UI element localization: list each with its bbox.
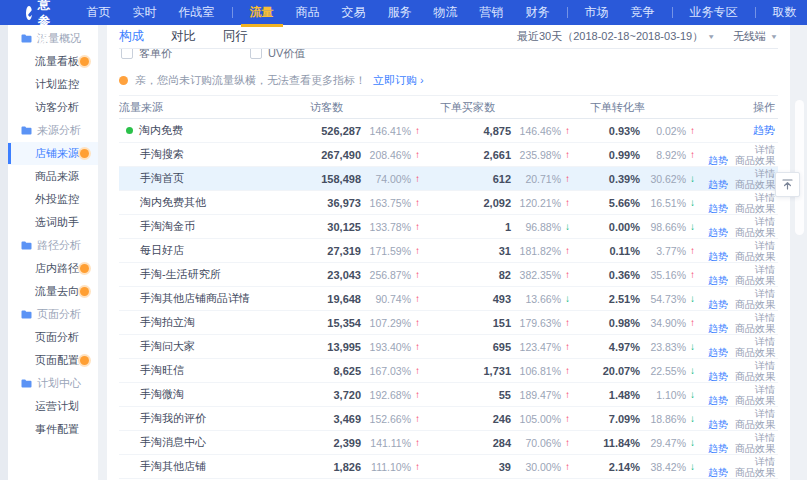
tab-同行[interactable]: 同行 [223, 28, 248, 45]
trend-link[interactable]: 趋势 [708, 443, 728, 454]
nav-item-取数[interactable]: 取数 [762, 0, 807, 25]
detail-link[interactable]: 详情 [755, 216, 775, 227]
nav-item-交易[interactable]: 交易 [331, 0, 377, 25]
nav-item-竞争[interactable]: 竞争 [620, 0, 666, 25]
sidebar-item-店铺来源[interactable]: 店铺来源 [8, 142, 98, 165]
table-row: 手淘其他店铺商品详情19,64890.74%↑49313.66%↓2.51%54… [119, 287, 778, 311]
trend-link[interactable]: 趋势 [708, 179, 728, 190]
conversion-cell-value: 0.00% [574, 221, 640, 233]
trend-link[interactable]: 趋势 [753, 125, 775, 136]
item-effect-link[interactable]: 商品效果 [735, 275, 775, 286]
trend-link[interactable]: 趋势 [708, 419, 728, 430]
detail-link[interactable]: 详情 [755, 456, 775, 467]
item-effect-link[interactable]: 商品效果 [735, 347, 775, 358]
detail-link[interactable]: 详情 [755, 360, 775, 371]
trend-link[interactable]: 趋势 [708, 203, 728, 214]
subscribe-link[interactable]: 立即订购 › [373, 73, 424, 88]
nav-item-商品[interactable]: 商品 [285, 0, 331, 25]
trend-link[interactable]: 趋势 [708, 275, 728, 286]
item-effect-link[interactable]: 商品效果 [735, 155, 775, 166]
traffic-source-name: 手淘其他店铺商品详情 [119, 291, 294, 306]
metric-checkbox-客单价[interactable]: 客单价 [121, 49, 172, 61]
app-logo[interactable]: 生意参谋 [0, 0, 76, 47]
item-effect-link[interactable]: 商品效果 [735, 227, 775, 238]
nav-item-流量[interactable]: 流量 [239, 0, 285, 25]
sidebar-item-流量看板[interactable]: 流量看板 [8, 50, 98, 73]
conversion-cell-value: 4.97% [574, 341, 640, 353]
item-effect-link[interactable]: 商品效果 [735, 299, 775, 310]
sidebar-item-页面配置[interactable]: 页面配置 [8, 349, 98, 372]
tab-构成[interactable]: 构成 [119, 28, 144, 45]
table-body: 淘内免费526,287146.41%↑4,875146.46%↑0.93%0.0… [119, 119, 778, 479]
source-label: 每日好店 [140, 243, 184, 258]
detail-link[interactable]: 详情 [755, 408, 775, 419]
nav-item-物流[interactable]: 物流 [423, 0, 469, 25]
trend-link[interactable]: 趋势 [708, 155, 728, 166]
date-range-filter[interactable]: 最近30天（2018-02-18~2018-03-19） ▼ [517, 29, 715, 44]
item-effect-link[interactable]: 商品效果 [735, 251, 775, 262]
detail-link[interactable]: 详情 [755, 144, 775, 155]
nav-item-市场[interactable]: 市场 [574, 0, 620, 25]
visitors-cell: 2,399141.11%↑ [294, 437, 424, 449]
trend-link[interactable]: 趋势 [708, 395, 728, 406]
sidebar-group-来源分析[interactable]: 来源分析 [8, 119, 98, 142]
conversion-cell-value: 0.11% [574, 245, 640, 257]
detail-link[interactable]: 详情 [755, 384, 775, 395]
main-panel: 构成对比同行 最近30天（2018-02-18~2018-03-19） ▼ 无线… [107, 25, 790, 480]
nav-item-服务[interactable]: 服务 [377, 0, 423, 25]
terminal-filter[interactable]: 无线端 ▼ [733, 29, 778, 44]
nav-item-作战室[interactable]: 作战室 [168, 0, 226, 25]
folder-icon [21, 378, 32, 390]
detail-link[interactable]: 详情 [755, 264, 775, 275]
item-effect-link[interactable]: 商品效果 [735, 443, 775, 454]
trend-link[interactable]: 趋势 [708, 227, 728, 238]
visitors-cell-change: 192.68% [361, 389, 411, 401]
nav-item-营销[interactable]: 营销 [469, 0, 515, 25]
back-to-top-button[interactable] [775, 172, 800, 197]
item-effect-link[interactable]: 商品效果 [735, 395, 775, 406]
item-effect-link[interactable]: 商品效果 [735, 419, 775, 430]
sidebar-group-页面分析[interactable]: 页面分析 [8, 303, 98, 326]
tab-对比[interactable]: 对比 [171, 28, 196, 45]
detail-link[interactable]: 详情 [755, 168, 775, 179]
sidebar-group-路径分析[interactable]: 路径分析 [8, 234, 98, 257]
trend-link[interactable]: 趋势 [708, 323, 728, 334]
detail-link[interactable]: 详情 [755, 288, 775, 299]
sidebar-item-选词助手[interactable]: 选词助手 [8, 211, 98, 234]
detail-link[interactable]: 详情 [755, 336, 775, 347]
sidebar-group-计划中心[interactable]: 计划中心 [8, 372, 98, 395]
conversion-cell-change: 38.42% [640, 461, 686, 473]
sidebar-item-运营计划[interactable]: 运营计划 [8, 395, 98, 418]
sidebar-item-访客分析[interactable]: 访客分析 [8, 96, 98, 119]
buyers-cell-change: 106.81% [511, 365, 561, 377]
trend-link[interactable]: 趋势 [708, 347, 728, 358]
sidebar-item-店内路径[interactable]: 店内路径 [8, 257, 98, 280]
sidebar-item-商品来源[interactable]: 商品来源 [8, 165, 98, 188]
nav-item-首页[interactable]: 首页 [76, 0, 122, 25]
sidebar-item-流量去向[interactable]: 流量去向 [8, 280, 98, 303]
trend-link[interactable]: 趋势 [708, 467, 728, 478]
nav-item-财务[interactable]: 财务 [515, 0, 561, 25]
detail-link[interactable]: 详情 [755, 312, 775, 323]
detail-link[interactable]: 详情 [755, 240, 775, 251]
item-effect-link[interactable]: 商品效果 [735, 371, 775, 382]
detail-link[interactable]: 详情 [755, 432, 775, 443]
nav-item-实时[interactable]: 实时 [122, 0, 168, 25]
page-scrollbar-thumb[interactable] [795, 100, 804, 235]
item-effect-link[interactable]: 商品效果 [735, 467, 775, 478]
trend-link[interactable]: 趋势 [708, 299, 728, 310]
trend-link[interactable]: 趋势 [708, 371, 728, 382]
source-label: 手淘其他店铺 [140, 459, 206, 474]
sidebar-item-事件配置[interactable]: 事件配置 [8, 418, 98, 441]
sidebar-item-计划监控[interactable]: 计划监控 [8, 73, 98, 96]
item-effect-link[interactable]: 商品效果 [735, 203, 775, 214]
sidebar-item-外投监控[interactable]: 外投监控 [8, 188, 98, 211]
detail-link[interactable]: 详情 [755, 192, 775, 203]
sidebar-item-页面分析[interactable]: 页面分析 [8, 326, 98, 349]
metric-checkbox-UV价值[interactable]: UV价值 [250, 49, 305, 61]
nav-item-业务专区[interactable]: 业务专区 [679, 0, 749, 25]
trend-link[interactable]: 趋势 [708, 251, 728, 262]
item-effect-link[interactable]: 商品效果 [735, 323, 775, 334]
item-effect-link[interactable]: 商品效果 [735, 179, 775, 190]
terminal-label: 无线端 [733, 29, 766, 44]
